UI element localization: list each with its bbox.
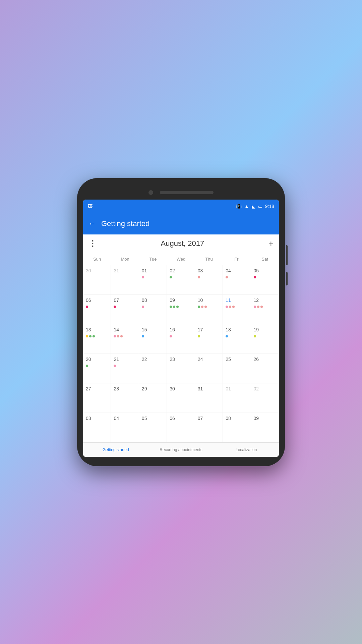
status-right: 📳 ▲ ◣ ▭ 9:18 (236, 204, 274, 209)
tab-recurring[interactable]: Recurring appointments (148, 443, 214, 457)
event-dot (254, 306, 256, 308)
cal-cell[interactable]: 26 (251, 354, 279, 383)
cal-cell[interactable]: 02 (167, 265, 195, 295)
event-dot (142, 276, 144, 278)
day-number: 02 (252, 385, 260, 392)
day-number: 04 (224, 267, 232, 274)
status-left: 🖼 (88, 204, 93, 209)
event-dot (257, 306, 259, 308)
day-headers: Sun Mon Tue Wed Thu Fri Sat (83, 253, 279, 265)
event-dots (112, 305, 137, 309)
event-dot (254, 276, 256, 278)
day-number: 01 (224, 385, 232, 392)
day-number: 24 (196, 356, 204, 363)
cal-cell[interactable]: 21 (111, 354, 139, 383)
cal-cell[interactable]: 14 (111, 324, 139, 354)
day-number: 26 (252, 356, 260, 363)
cal-cell[interactable]: 28 (111, 383, 139, 413)
cal-cell[interactable]: 17 (195, 324, 223, 354)
event-dot (260, 306, 263, 308)
cal-cell[interactable]: 22 (139, 354, 167, 383)
day-number: 03 (196, 267, 204, 274)
day-number: 04 (112, 415, 120, 422)
cal-cell[interactable]: 31 (111, 265, 139, 295)
event-dot (170, 306, 172, 308)
event-dot (173, 306, 175, 308)
cal-cell[interactable]: 19 (251, 324, 279, 354)
cal-cell[interactable]: 08 (139, 295, 167, 324)
event-dots (140, 305, 165, 309)
tab-localization[interactable]: Localization (214, 443, 279, 457)
calendar-add-button[interactable]: + (268, 238, 274, 249)
cal-cell[interactable]: 04 (111, 413, 139, 442)
day-number: 08 (224, 415, 232, 422)
cal-cell[interactable]: 13 (83, 324, 111, 354)
day-number: 30 (168, 385, 176, 392)
cal-cell[interactable]: 10 (195, 295, 223, 324)
speaker (160, 191, 214, 194)
cal-cell[interactable]: 01 (139, 265, 167, 295)
event-dots (252, 275, 278, 279)
cal-cell[interactable]: 05 (139, 413, 167, 442)
day-number: 27 (84, 385, 93, 392)
event-dots (168, 305, 193, 309)
calendar-menu-button[interactable]: ⋮ (88, 239, 97, 248)
cal-cell[interactable]: 18 (223, 324, 251, 354)
cal-cell[interactable]: 09 (251, 413, 279, 442)
cal-cell[interactable]: 20 (83, 354, 111, 383)
cal-cell[interactable]: 30 (83, 265, 111, 295)
day-number: 18 (224, 326, 232, 333)
back-button[interactable]: ← (88, 219, 96, 228)
cal-cell[interactable]: 30 (167, 383, 195, 413)
camera (148, 190, 153, 195)
battery-icon: ▭ (258, 204, 262, 209)
cal-cell[interactable]: 15 (139, 324, 167, 354)
calendar: Sun Mon Tue Wed Thu Fri Sat 303101020304… (83, 253, 279, 442)
app-bar: ← Getting started (83, 213, 279, 234)
day-number: 17 (196, 326, 204, 333)
cal-cell[interactable]: 29 (139, 383, 167, 413)
day-number: 28 (112, 385, 120, 392)
cal-cell[interactable]: 07 (195, 413, 223, 442)
cal-cell[interactable]: 24 (195, 354, 223, 383)
cal-cell[interactable]: 06 (83, 295, 111, 324)
calendar-grid: 3031010203040506070809101112131415161718… (83, 265, 279, 442)
day-number: 02 (168, 267, 176, 274)
day-header-fri: Fri (223, 253, 251, 265)
cal-cell[interactable]: 25 (223, 354, 251, 383)
cal-cell[interactable]: 03 (195, 265, 223, 295)
event-dots (112, 334, 137, 338)
cal-cell[interactable]: 05 (251, 265, 279, 295)
day-number: 15 (140, 326, 148, 333)
cal-cell[interactable]: 31 (195, 383, 223, 413)
cal-cell[interactable]: 27 (83, 383, 111, 413)
notification-icon: 🖼 (88, 204, 93, 209)
cal-cell[interactable]: 11 (223, 295, 251, 324)
tab-getting-started[interactable]: Getting started (83, 443, 148, 457)
cal-cell[interactable]: 01 (223, 383, 251, 413)
event-dots (252, 334, 278, 338)
cal-cell[interactable]: 02 (251, 383, 279, 413)
event-dots (196, 334, 221, 338)
cal-cell[interactable]: 03 (83, 413, 111, 442)
cal-cell[interactable]: 04 (223, 265, 251, 295)
cal-cell[interactable]: 09 (167, 295, 195, 324)
event-dots (224, 275, 249, 279)
cal-cell[interactable]: 08 (223, 413, 251, 442)
event-dot (114, 306, 116, 308)
event-dot (198, 335, 200, 337)
day-number: 14 (112, 326, 120, 333)
event-dots (224, 305, 249, 309)
day-number: 06 (84, 297, 93, 304)
cal-cell[interactable]: 06 (167, 413, 195, 442)
calendar-month-title: August, 2017 (161, 239, 204, 248)
day-number: 16 (168, 326, 176, 333)
cal-cell[interactable]: 12 (251, 295, 279, 324)
calendar-toolbar: ⋮ August, 2017 + (83, 234, 279, 253)
cal-cell[interactable]: 16 (167, 324, 195, 354)
cal-cell[interactable]: 23 (167, 354, 195, 383)
day-header-sat: Sat (251, 253, 279, 265)
cal-cell[interactable]: 07 (111, 295, 139, 324)
event-dot (226, 306, 228, 308)
day-number: 29 (140, 385, 148, 392)
